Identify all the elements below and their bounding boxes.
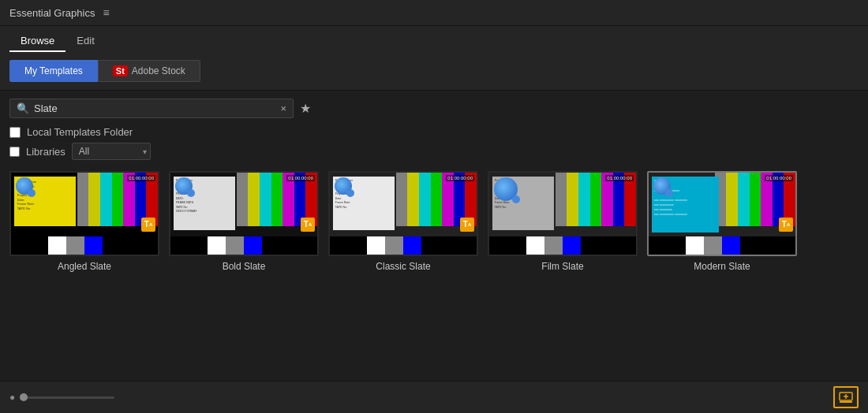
- tabs-row: Browse Edit: [0, 26, 868, 52]
- zoom-slider-thumb[interactable]: [20, 393, 28, 401]
- template-thumb-bold-slate: Project NameClient NamePROJECT No:DATE:F…: [169, 171, 319, 256]
- template-label-angled-slate: Angled Slate: [58, 261, 111, 272]
- template-label-modern-slate: Modern Slate: [694, 261, 750, 272]
- libraries-row: Libraries All My Library Team Library ▾: [9, 143, 859, 160]
- local-templates-folder-row: Local Templates Folder: [9, 126, 859, 138]
- bottom-bar: ●: [0, 381, 868, 413]
- template-card-angled-slate[interactable]: Project NameClient NameProject No:Date:F…: [9, 171, 159, 373]
- search-row: 🔍 × ★: [9, 99, 859, 118]
- st-badge: St: [113, 65, 128, 76]
- type-icon-badge: TA: [141, 218, 155, 232]
- template-card-classic-slate[interactable]: Product NameClient NameProject No:Date:F…: [328, 171, 478, 373]
- watermark-icon-modern: [653, 177, 671, 195]
- template-thumb-angled-slate: Project NameClient NameProject No:Date:F…: [9, 171, 159, 256]
- templates-grid: Project NameClient NameProject No:Date:F…: [9, 171, 859, 373]
- favorites-star-icon[interactable]: ★: [300, 101, 311, 116]
- template-label-bold-slate: Bold Slate: [223, 261, 266, 272]
- search-input[interactable]: [34, 102, 275, 114]
- tab-browse[interactable]: Browse: [9, 31, 65, 52]
- timecode: 01:00:00:00: [127, 175, 155, 181]
- menu-icon[interactable]: ≡: [103, 6, 109, 19]
- timecode-film: 01:00:00:00: [605, 175, 634, 181]
- add-to-timeline-button[interactable]: [833, 386, 859, 408]
- template-thumb-modern-slate: XxxxxxxxXxxxxxxxxxXxxxxxxx Xxxxxxxxxx xx…: [647, 171, 797, 256]
- source-toggle-row: My Templates St Adobe Stock: [0, 52, 868, 91]
- libraries-checkbox[interactable]: [9, 147, 20, 157]
- local-templates-folder-label[interactable]: Local Templates Folder: [27, 126, 133, 138]
- zoom-icon: ●: [9, 392, 15, 403]
- search-box[interactable]: 🔍 ×: [9, 99, 294, 118]
- template-thumb-film-slate: Project NameClient NameProject No:Date:F…: [488, 171, 638, 256]
- timecode-bold: 01:00:00:00: [286, 175, 315, 181]
- timecode-classic: 01:00:00:00: [446, 175, 474, 181]
- adobe-stock-label: Adobe Stock: [132, 65, 185, 76]
- search-icon: 🔍: [17, 102, 29, 114]
- template-card-bold-slate[interactable]: Project NameClient NamePROJECT No:DATE:F…: [169, 171, 319, 373]
- watermark-icon-film: [494, 177, 518, 201]
- svg-rect-1: [840, 401, 852, 403]
- main-content: 🔍 × ★ Local Templates Folder Libraries A…: [0, 91, 868, 381]
- adobe-stock-button[interactable]: St Adobe Stock: [98, 60, 200, 82]
- template-label-film-slate: Film Slate: [541, 261, 583, 272]
- tab-edit[interactable]: Edit: [65, 31, 105, 52]
- template-card-modern-slate[interactable]: XxxxxxxxXxxxxxxxxxXxxxxxxx Xxxxxxxxxx xx…: [647, 171, 797, 373]
- timecode-modern: 01:00:00:00: [765, 175, 793, 181]
- app-header: Essential Graphics ≡: [0, 0, 868, 26]
- libraries-select-wrapper: All My Library Team Library ▾: [72, 143, 151, 160]
- template-card-film-slate[interactable]: Project NameClient NameProject No:Date:F…: [488, 171, 638, 373]
- watermark-icon: [16, 177, 33, 195]
- type-icon-badge-classic: TA: [460, 218, 474, 232]
- my-templates-button[interactable]: My Templates: [9, 60, 98, 82]
- search-clear-button[interactable]: ×: [280, 102, 286, 114]
- template-label-classic-slate: Classic Slate: [376, 261, 430, 272]
- libraries-label[interactable]: Libraries: [26, 146, 65, 158]
- watermark-icon-classic: [335, 177, 352, 195]
- template-thumb-classic-slate: Product NameClient NameProject No:Date:F…: [328, 171, 478, 256]
- zoom-slider-area: ●: [9, 392, 114, 403]
- type-icon-badge-bold: TA: [301, 218, 315, 232]
- add-to-timeline-icon: [839, 391, 853, 404]
- zoom-slider-track[interactable]: [20, 396, 114, 399]
- app-title: Essential Graphics: [9, 7, 95, 19]
- local-templates-folder-checkbox[interactable]: [9, 127, 21, 138]
- watermark-icon-bold: [175, 177, 193, 195]
- libraries-select[interactable]: All My Library Team Library: [72, 143, 151, 160]
- type-icon-badge-modern: TA: [779, 218, 793, 232]
